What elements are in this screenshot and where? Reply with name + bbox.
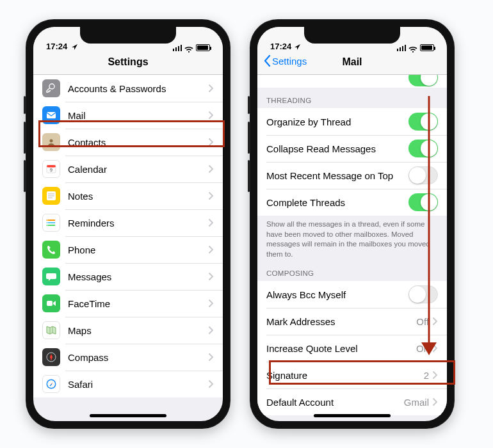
chevron-right-icon xyxy=(433,371,438,379)
row-collapse-read[interactable]: Collapse Read Messages xyxy=(257,135,447,162)
row-complete-threads[interactable]: Complete Threads xyxy=(257,189,447,216)
notch xyxy=(304,27,400,44)
settings-list[interactable]: Accounts & PasswordsMailContactsCalendar… xyxy=(33,75,223,397)
page-title: Settings xyxy=(108,56,148,67)
chevron-right-icon xyxy=(209,353,214,361)
row-most-recent-top[interactable]: Most Recent Message on Top xyxy=(257,162,447,189)
row-label: Safari xyxy=(68,379,209,390)
phone-frame-right: 17:24 Settings Mail THREADING xyxy=(250,19,455,429)
threading-list: Organize by ThreadCollapse Read Messages… xyxy=(257,108,447,216)
chevron-right-icon xyxy=(209,111,214,119)
safari-icon xyxy=(42,375,60,393)
settings-row-facetime[interactable]: FaceTime xyxy=(33,290,223,317)
battery-icon xyxy=(196,44,210,51)
settings-row-calendar[interactable]: Calendar xyxy=(33,156,223,182)
toggle-collapse-read[interactable] xyxy=(408,140,438,157)
chevron-right-icon xyxy=(209,192,214,200)
calendar-icon xyxy=(42,160,60,178)
settings-row-safari[interactable]: Safari xyxy=(33,371,223,397)
row-label: Signature xyxy=(266,370,424,381)
back-button[interactable]: Settings xyxy=(264,55,307,67)
chevron-right-icon xyxy=(209,138,214,146)
settings-row-accounts-passwords[interactable]: Accounts & Passwords xyxy=(33,75,223,102)
messages-icon xyxy=(42,268,60,285)
row-increase-quote[interactable]: Increase Quote LevelOn xyxy=(257,335,447,362)
page-title: Mail xyxy=(342,56,362,67)
maps-icon xyxy=(42,321,60,339)
settings-row-phone[interactable]: Phone xyxy=(33,236,223,263)
notes-icon xyxy=(42,187,60,205)
settings-row-compass[interactable]: Compass xyxy=(33,344,223,371)
wifi-icon xyxy=(408,45,417,51)
row-organize-thread[interactable]: Organize by Thread xyxy=(257,108,447,135)
location-icon xyxy=(71,44,78,51)
toggle-organize-thread[interactable] xyxy=(408,113,438,131)
chevron-right-icon xyxy=(209,380,214,388)
toggle-always-bcc[interactable] xyxy=(408,285,438,303)
wifi-icon xyxy=(184,45,193,51)
phone-frame-left: 17:24 Settings Accounts & PasswordsMailC… xyxy=(26,19,230,429)
signal-icon xyxy=(173,45,182,51)
toggle-complete-threads[interactable] xyxy=(408,193,438,211)
composing-list: Always Bcc MyselfMark AddressesOffIncrea… xyxy=(257,281,447,415)
status-time: 17:24 xyxy=(46,42,67,51)
notch xyxy=(80,27,176,44)
row-label: Organize by Thread xyxy=(266,116,408,127)
row-default-account[interactable]: Default AccountGmail xyxy=(257,388,447,415)
facetime-icon xyxy=(42,294,60,312)
section-header-composing: COMPOSING xyxy=(257,266,447,281)
row-label: Messages xyxy=(68,271,209,282)
toggle-most-recent-top[interactable] xyxy=(408,166,438,184)
mail-icon xyxy=(42,106,60,124)
settings-row-messages[interactable]: Messages xyxy=(33,263,223,290)
navbar: Settings xyxy=(33,52,223,75)
row-label: Calendar xyxy=(68,164,209,175)
row-label: Notes xyxy=(68,191,209,202)
chevron-left-icon xyxy=(264,55,271,67)
row-detail: Off xyxy=(416,316,429,327)
chevron-right-icon xyxy=(433,398,438,406)
settings-row-maps[interactable]: Maps xyxy=(33,317,223,344)
row-detail: On xyxy=(416,343,429,354)
screen-right: 17:24 Settings Mail THREADING xyxy=(257,27,447,421)
status-time: 17:24 xyxy=(270,42,291,51)
phone-icon xyxy=(42,241,60,259)
row-label: Most Recent Message on Top xyxy=(266,170,408,181)
back-label: Settings xyxy=(272,56,307,67)
key-icon xyxy=(42,79,60,97)
chevron-right-icon xyxy=(209,300,214,307)
compass-icon xyxy=(42,348,60,366)
row-label: Phone xyxy=(68,244,209,255)
row-always-bcc[interactable]: Always Bcc Myself xyxy=(257,281,447,308)
row-label: Mark Addresses xyxy=(266,316,416,327)
settings-row-contacts[interactable]: Contacts xyxy=(33,129,223,156)
section-header-threading: THREADING xyxy=(257,88,447,108)
settings-row-notes[interactable]: Notes xyxy=(33,182,223,209)
chevron-right-icon xyxy=(209,165,214,173)
row-mark-addresses[interactable]: Mark AddressesOff xyxy=(257,308,447,335)
row-label: Reminders xyxy=(68,218,209,228)
chevron-right-icon xyxy=(433,344,438,352)
home-indicator[interactable] xyxy=(314,414,391,417)
row-signature[interactable]: Signature2 xyxy=(257,362,447,388)
row-label: Accounts & Passwords xyxy=(68,83,209,94)
chevron-right-icon xyxy=(209,84,214,92)
section-footer-threading: Show all the messages in a thread, even … xyxy=(257,216,447,266)
navbar: Settings Mail xyxy=(257,52,447,75)
settings-row-reminders[interactable]: Reminders xyxy=(33,209,223,236)
row-label: Increase Quote Level xyxy=(266,343,416,354)
chevron-right-icon xyxy=(433,317,438,325)
row-label: Collapse Read Messages xyxy=(266,143,408,154)
signal-icon xyxy=(397,45,407,51)
home-indicator[interactable] xyxy=(90,414,166,417)
row-label: FaceTime xyxy=(68,298,209,309)
row-label: Compass xyxy=(68,352,209,363)
toggle-partial[interactable] xyxy=(408,75,438,86)
row-label: Complete Threads xyxy=(266,197,408,208)
row-label: Maps xyxy=(68,325,209,336)
settings-row-mail[interactable]: Mail xyxy=(33,102,223,129)
chevron-right-icon xyxy=(209,273,214,280)
battery-icon xyxy=(420,44,434,51)
chevron-right-icon xyxy=(209,326,214,334)
chevron-right-icon xyxy=(209,246,214,253)
